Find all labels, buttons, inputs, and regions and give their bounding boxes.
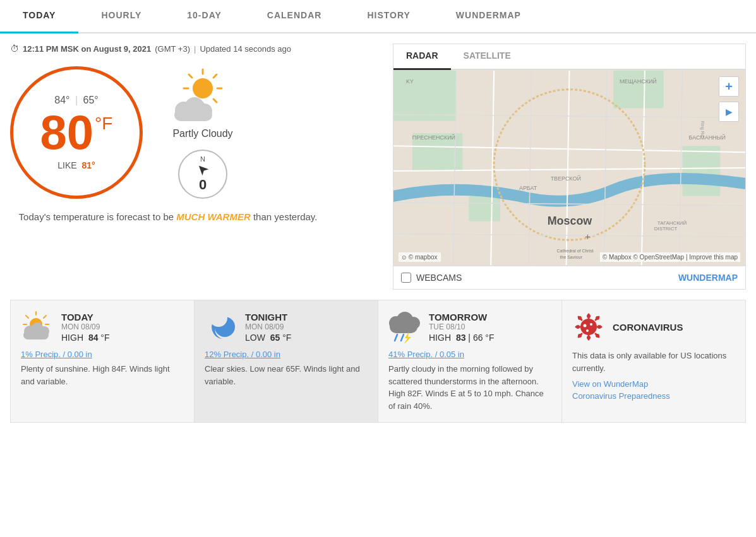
today-card-header: TODAY MON 08/09 HIGH 84 °F [21,310,184,343]
svg-point-57 [39,326,49,336]
svg-point-12 [197,103,212,119]
tab-hourly[interactable]: HOURLY [78,0,164,32]
svg-line-64 [395,334,397,341]
tab-calendar[interactable]: CALENDAR [244,0,345,32]
svg-line-4 [189,74,192,78]
temp-value: 80 [40,109,94,156]
svg-point-67 [580,319,597,335]
map-tab-radar[interactable]: RADAR [393,44,451,70]
condition-block: Partly Cloudy N ➤ 0 [168,66,237,199]
timezone-text: (GMT +3) [155,44,190,54]
forecast-text-2: than yesterday. [251,211,318,222]
coronavirus-link1[interactable]: View on WunderMap [572,379,735,389]
tonight-precip-link[interactable]: 12% Precip. / 0.00 in [205,350,368,359]
today-card-desc: Plenty of sunshine. High 84F. Winds ligh… [21,363,184,387]
coronavirus-title: CORONAVIRUS [613,322,683,333]
temp-unit: °F [95,115,112,133]
bottom-cards: TODAY MON 08/09 HIGH 84 °F 1% Precip. / … [10,300,746,423]
coronavirus-icon [572,310,605,343]
tonight-weather-icon [205,310,237,343]
tab-wundermap[interactable]: WUNDERMAP [433,0,544,32]
clock-icon: ⏱ [10,44,19,54]
map-zoom-in-button[interactable]: + [719,76,739,97]
tomorrow-weather-icon [388,310,421,343]
map-svg: KY МЕЩАНСКИЙ ПРЕСНЕНСКИЙ БАСМАННЫЙ АРБАТ… [393,70,745,266]
tonight-title-block: TONIGHT MON 08/09 LOW 65 °F [245,312,291,343]
svg-point-80 [578,316,582,320]
temp-circle: 84° | 65° 80 °F LIKE 81° [10,66,143,199]
svg-rect-18 [469,196,500,221]
svg-point-77 [587,336,591,339]
svg-point-83 [578,334,582,338]
svg-text:+: + [585,232,590,242]
svg-text:МЕЩАНСКИЙ: МЕЩАНСКИЙ [620,78,657,85]
datetime-bar: ⏱ 12:11 PM MSK on August 9, 2021 (GMT +3… [10,44,383,54]
tonight-card-temp: LOW 65 °F [245,333,291,343]
coronavirus-title-block: CORONAVIRUS [613,322,683,333]
svg-point-63 [407,317,420,329]
webcams-checkbox-area[interactable]: WEBCAMS [401,273,462,283]
tonight-card-date: MON 08/09 [245,322,291,331]
svg-text:the Saviour: the Saviour [560,255,583,259]
svg-rect-17 [683,146,721,196]
low-temp: 65° [83,95,99,105]
webcams-checkbox[interactable] [401,273,411,283]
svg-line-65 [401,334,404,341]
svg-point-82 [596,316,599,320]
svg-line-51 [44,316,46,318]
svg-marker-66 [404,332,411,343]
svg-text:KY: KY [406,78,414,85]
tonight-card: TONIGHT MON 08/09 LOW 65 °F 12% Precip. … [195,300,378,422]
svg-text:АРБАТ: АРБАТ [519,185,537,191]
tomorrow-card-date: TUE 08/10 [429,322,495,331]
wundermap-link[interactable]: WUNDERMAP [678,273,738,283]
today-temp-value: 84 [88,333,99,343]
wind-compass: N ➤ 0 [178,150,227,199]
map-tab-satellite[interactable]: SATELLITE [451,44,524,69]
today-precip-link[interactable]: 1% Precip. / 0.00 in [21,350,184,359]
updated-text: Updated 14 seconds ago [200,44,291,54]
today-card: TODAY MON 08/09 HIGH 84 °F 1% Precip. / … [11,300,195,422]
tonight-card-header: TONIGHT MON 08/09 LOW 65 °F [205,310,368,343]
tab-history[interactable]: HISTORY [344,0,433,32]
tomorrow-temp-value: 83 [456,333,466,343]
forecast-text-1: Today's temperature is forecast to be [19,211,177,222]
svg-point-86 [586,329,589,332]
coronavirus-link2[interactable]: Coronavirus Preparedness [572,391,735,401]
forecast-highlight: MUCH WARMER [176,211,251,222]
map-logo: ⊙ © mapbox [399,252,441,262]
svg-point-84 [584,324,587,328]
feels-label: LIKE [57,160,76,170]
map-tabs: RADAR SATELLITE [393,44,745,70]
tomorrow-card-desc: Partly cloudy in the morning followed by… [388,363,551,412]
webcams-label: WEBCAMS [416,273,462,283]
tonight-temp-value: 65 [270,333,280,343]
condition-text: Partly Cloudy [172,128,232,139]
cloud-icon [168,95,219,123]
svg-point-81 [596,334,599,338]
coronavirus-card-header: CORONAVIRUS [572,310,735,343]
map-container: KY МЕЩАНСКИЙ ПРЕСНЕНСКИЙ БАСМАННЫЙ АРБАТ… [393,70,745,266]
coronavirus-desc: This data is only available for US locat… [572,350,735,374]
svg-text:ПРЕСНЕНСКИЙ: ПРЕСНЕНСКИЙ [412,134,455,141]
today-card-title: TODAY [61,312,110,322]
coronavirus-card: CORONAVIRUS This data is only available … [562,300,745,422]
map-play-button[interactable]: ▶ [719,102,739,122]
svg-rect-16 [613,71,664,109]
high-temp: 84° [54,95,69,105]
tonight-card-desc: Clear skies. Low near 65F. Winds light a… [205,363,368,387]
feels-value: 81° [82,160,95,170]
tomorrow-precip-link[interactable]: 41% Precip. / 0.05 in [388,350,551,359]
wind-arrow-icon: ➤ [194,161,212,179]
tomorrow-card-header: TOMORROW TUE 08/10 HIGH 83 | 66 °F [388,310,551,343]
tomorrow-card: TOMORROW TUE 08/10 HIGH 83 | 66 °F 41% P… [378,300,562,422]
today-title-block: TODAY MON 08/09 HIGH 84 °F [61,312,110,343]
hi-lo-temps: 84° | 65° [54,95,98,106]
tab-today[interactable]: TODAY [0,0,78,33]
today-card-date: MON 08/09 [61,322,110,331]
tab-10day[interactable]: 10-DAY [164,0,244,32]
svg-text:ТАГАНСКИЙ: ТАГАНСКИЙ [657,220,687,226]
tomorrow-temp2-value: 66 [473,333,483,343]
condition-icon [168,66,237,123]
svg-line-49 [26,316,28,318]
